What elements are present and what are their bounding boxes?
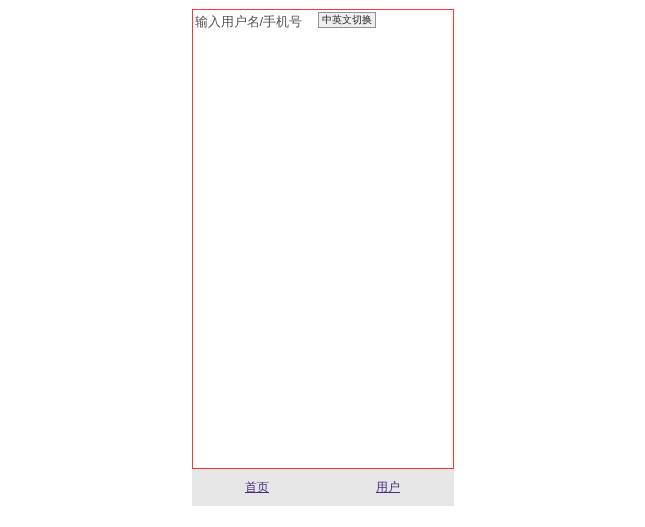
app-frame: 中英文切换 首页 用户 xyxy=(192,9,454,506)
bottom-nav: 首页 用户 xyxy=(192,469,454,506)
top-row: 中英文切换 xyxy=(193,10,453,30)
language-toggle-button[interactable]: 中英文切换 xyxy=(318,12,376,28)
content-panel: 中英文切换 xyxy=(192,9,454,469)
username-input[interactable] xyxy=(195,12,315,30)
nav-home[interactable]: 首页 xyxy=(192,469,323,506)
nav-user[interactable]: 用户 xyxy=(323,469,454,506)
